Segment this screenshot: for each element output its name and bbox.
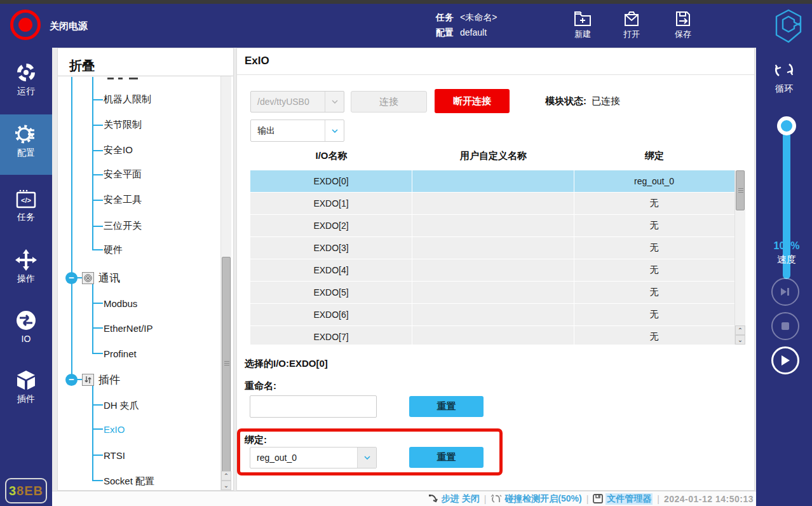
chevron-down-icon [357,448,376,468]
tree-group-comm[interactable]: − 通讯 [65,271,120,285]
binding-reset-button[interactable]: 重置 [409,447,484,468]
open-icon [623,10,640,27]
scroll-up-button[interactable]: ⌃ [221,471,231,481]
tree-tick [93,200,103,201]
tree-item-hardware[interactable]: 硬件 [104,244,123,256]
table-row[interactable]: EXDO[6]无 [250,304,734,325]
save-button[interactable]: 保存 [663,10,703,40]
separator: | [586,494,589,504]
tree-item-modbus[interactable]: Modbus [104,298,137,309]
tree-item-safety-plane[interactable]: 安全平面 [104,168,142,181]
sidebar-item-run[interactable]: 运行 [0,53,52,113]
tree-item-ethernet-ip[interactable]: EtherNet/IP [104,323,153,334]
connect-button[interactable]: 连接 [351,91,427,113]
file-manager-button[interactable]: 文件管理器 [593,493,653,505]
cycle-label: 循环 [775,83,793,93]
col-header-binding: 绑定 [574,150,734,165]
table-row[interactable]: EXDO[3]无 [250,237,734,259]
device-select[interactable]: /dev/ttyUSB0 [250,91,344,113]
config-tab-label: 配置 [17,147,35,158]
scroll-down-button[interactable]: ⌄ [221,481,231,490]
binding-select[interactable]: reg_out_0 [250,447,377,468]
config-tree-panel: 折叠 机器人限制 关节限制 安全IO 安全平面 安全工具 三位开关 [57,48,234,491]
tree-trunk-line [71,77,72,380]
brand-logo-icon [774,9,803,43]
sidebar-item-io[interactable]: IO [0,301,52,361]
separator: | [657,494,660,504]
task-tab-label: 任务 [17,212,35,222]
power-icon [18,18,32,32]
binding-select-value: reg_out_0 [250,453,357,463]
table-scrollbar-thumb[interactable] [736,170,745,210]
collision-status[interactable]: 碰撞检测开启(50%) [491,493,581,505]
table-row[interactable]: EXDO[7]无 [250,326,734,345]
power-button[interactable] [10,10,41,40]
rename-reset-button[interactable]: 重置 [409,396,484,417]
disconnect-button[interactable]: 断开连接 [435,89,510,113]
new-folder-icon [574,10,592,27]
tree-tick [93,480,103,481]
tree-item-socket-config[interactable]: Socket 配置 [104,475,154,488]
tree-item-robot-limit[interactable]: 机器人限制 [104,93,151,106]
tree-item-profinet[interactable]: Profinet [104,348,137,359]
scroll-down-button[interactable]: ⌄ [735,335,745,345]
table-row[interactable]: EXDO[2]无 [250,215,734,236]
step-mode-status[interactable]: 步进 关闭 [428,493,480,505]
table-row[interactable]: EXDO[0]reg_out_0 [250,170,734,192]
cycle-mode-button[interactable]: 循环 [756,59,812,95]
table-scrollbar[interactable]: ⌃ ⌄ [734,170,745,345]
open-button[interactable]: 打开 [612,10,651,40]
tree-item-exio[interactable]: ExIO [104,424,125,435]
scroll-up-button[interactable]: ⌃ [735,325,745,335]
io-tab-label: IO [22,334,31,344]
speed-slider-knob[interactable] [777,116,796,135]
table-row[interactable]: EXDO[4]无 [250,259,734,281]
stop-button[interactable] [771,312,799,340]
tree-group-plugin[interactable]: − 插件 [65,373,120,387]
app-window: 关闭电源 任务<未命名> 配置default 新建 打开 保存 运行 配置 [0,0,812,506]
table-row[interactable]: EXDO[1]无 [250,193,734,214]
collapse-toggle[interactable]: − [65,374,78,386]
svg-text:</>: </> [21,196,31,204]
tree-scrollbar[interactable]: ⌃ ⌄ [220,76,231,490]
tree-item-3pos-switch[interactable]: 三位开关 [104,220,142,232]
badge-part-2: 8EB [17,484,43,498]
play-button[interactable] [771,346,799,374]
tree-tick [93,353,103,354]
disk-icon [593,494,603,503]
direction-select[interactable]: 输出 [250,120,344,142]
save-icon [674,10,692,27]
task-config-block: 任务<未命名> 配置default [436,10,497,40]
tree-item-safety-io[interactable]: 安全IO [104,144,133,156]
table-row[interactable]: EXDO[5]无 [250,282,734,303]
gear-icon [15,123,37,145]
collapse-header[interactable]: 折叠 [69,57,95,74]
rename-input[interactable] [250,395,377,418]
tree-item-joint-limit[interactable]: 关节限制 [104,119,142,131]
sidebar-item-config[interactable]: 配置 [0,114,52,175]
badge-part-1: 3 [9,484,17,498]
tree-branch-line [92,384,93,481]
chevron-down-icon [325,92,344,112]
sidebar-item-plugin[interactable]: 插件 [0,360,52,421]
tree-tick [93,327,103,329]
tree-item-safety-tool[interactable]: 安全工具 [104,194,142,206]
new-button[interactable]: 新建 [563,10,602,40]
tree-tick [93,303,103,304]
tree-tick [93,249,103,250]
power-label: 关闭电源 [50,20,88,32]
plugin-tab-label: 插件 [17,393,35,404]
sidebar-item-operate[interactable]: 操作 [0,240,52,301]
run-icon [15,62,37,83]
device-select-value: /dev/ttyUSB0 [251,97,325,107]
tree-item-dh-gripper[interactable]: DH 夹爪 [104,400,139,412]
tree-item-rtsi[interactable]: RTSI [104,450,125,461]
step-next-button[interactable] [771,278,799,306]
plugin-group-label: 插件 [98,373,120,387]
clipped-tree-item [118,78,123,79]
sidebar-item-task[interactable]: </> 任务 [0,180,52,240]
tree-scrollbar-thumb[interactable] [222,257,231,473]
collapse-toggle[interactable]: − [65,272,78,284]
left-sidebar: 运行 配置 </> 任务 操作 IO 插件 38EB [0,48,52,506]
step-icon [428,494,439,503]
